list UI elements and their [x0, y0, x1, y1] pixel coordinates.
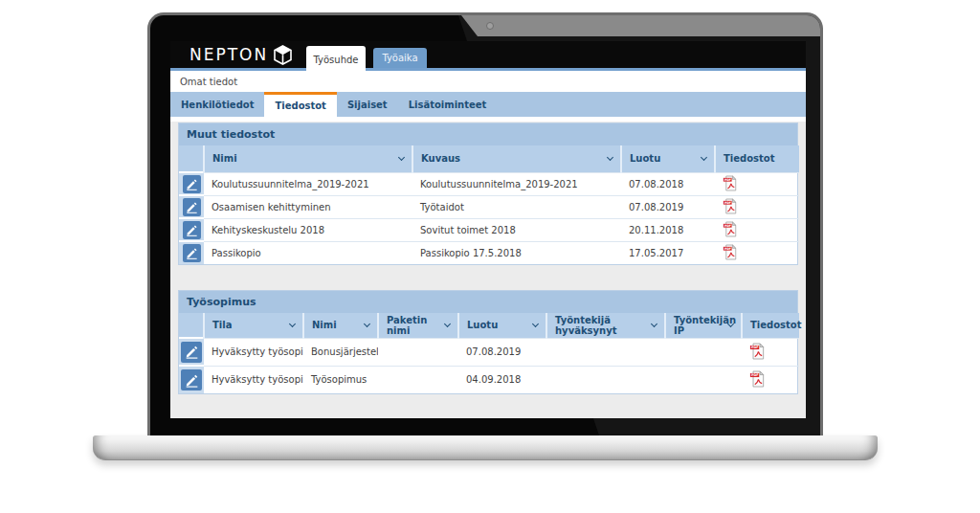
table-row: Hyväksytty työsopimus Bonusjärjestelmä 0…: [179, 338, 799, 366]
cell-hyvaksynyt: [546, 366, 665, 393]
cell-kuvaus: Koulutussuunnitelma_2019-2021: [412, 172, 621, 195]
cell-nimi: Osaamisen kehittyminen: [204, 195, 412, 218]
column-header-tyontekija-hyvaksynyt[interactable]: Työntekijä hyväksynyt: [546, 313, 665, 338]
tyosopimus-table: Tila Nimi Paketin nimi Luotu Työntekijä …: [179, 313, 799, 393]
cell-tiedostot: [715, 172, 799, 195]
breadcrumb-label: Omat tiedot: [180, 77, 237, 87]
cell-nimi: Bonusjärjestelmä: [303, 338, 378, 366]
cell-nimi: Koulutussuunnitelma_2019-2021: [204, 172, 412, 195]
edit-icon[interactable]: [181, 342, 202, 363]
row-edit-cell: [179, 195, 204, 218]
table-row: Passikopio Passikopio 17.5.2018 17.05.20…: [179, 241, 799, 264]
pdf-file-icon[interactable]: [749, 370, 765, 388]
pdf-file-icon[interactable]: [723, 198, 737, 214]
table-row: Koulutussuunnitelma_2019-2021 Koulutussu…: [179, 172, 799, 195]
tyosopimus-title: Työsopimus: [179, 291, 797, 313]
chevron-down-icon: [289, 321, 296, 327]
cell-tiedostot: [715, 241, 799, 264]
column-header-tiedostot: Tiedostot: [715, 145, 799, 172]
chevron-down-icon: [444, 321, 451, 327]
muut-tiedostot-block: Muut tiedostot Nimi Kuvaus Luotu Tiedost…: [178, 123, 798, 265]
edit-icon[interactable]: [183, 221, 201, 239]
cell-nimi: Kehityskeskustelu 2018: [204, 218, 412, 241]
cell-tiedostot: [742, 338, 799, 366]
table-header-row: Nimi Kuvaus Luotu Tiedostot: [179, 145, 799, 172]
tab-tyoaika-label: Työaika: [382, 53, 417, 63]
nav-item-tiedostot[interactable]: Tiedostot: [264, 92, 336, 117]
cell-paketin-nimi: [378, 366, 458, 393]
table-row: Kehityskeskustelu 2018 Sovitut toimet 20…: [179, 218, 799, 241]
table-row: Hyväksytty työsopimus Työsopimus 04.09.2…: [179, 366, 799, 393]
tab-tyosuhde-label: Työsuhde: [314, 55, 359, 65]
cell-ip: [665, 366, 742, 393]
edit-icon[interactable]: [181, 369, 202, 390]
cell-nimi: Passikopio: [204, 241, 412, 264]
cell-paketin-nimi: [378, 338, 458, 366]
camera-housing: [461, 15, 820, 36]
tab-tyoaika[interactable]: Työaika: [373, 48, 427, 68]
pdf-file-icon[interactable]: [723, 244, 737, 260]
cell-hyvaksynyt: [546, 338, 665, 366]
nav-label: Sijaiset: [347, 100, 388, 110]
cell-kuvaus: Passikopio 17.5.2018: [412, 241, 621, 264]
cell-luotu: 07.08.2019: [621, 195, 715, 218]
table-header-row: Tila Nimi Paketin nimi Luotu Työntekijä …: [179, 313, 799, 338]
edit-icon[interactable]: [183, 244, 201, 262]
nav-item-sijaiset[interactable]: Sijaiset: [337, 92, 398, 117]
row-edit-cell: [179, 218, 204, 241]
pdf-file-icon[interactable]: [749, 343, 765, 360]
app-header-bar: NEPTON Työsuhde Työaika: [170, 41, 806, 68]
column-header-tila[interactable]: Tila: [204, 313, 303, 338]
edit-icon[interactable]: [183, 198, 201, 216]
row-edit-cell: [179, 338, 204, 366]
edit-icon[interactable]: [183, 175, 201, 193]
cell-luotu: 17.05.2017: [621, 241, 715, 264]
chevron-down-icon: [398, 154, 405, 161]
cell-luotu: 20.11.2018: [621, 218, 715, 241]
app-screen: NEPTON Työsuhde Työaika Omat tiedot Henk…: [170, 41, 806, 418]
icon-column-header: [179, 145, 204, 172]
chevron-down-icon: [701, 154, 707, 161]
column-header-kuvaus[interactable]: Kuvaus: [412, 145, 621, 172]
column-header-tyontekijan-ip[interactable]: Työntekijän IP: [665, 313, 742, 338]
webcam-icon: [486, 22, 494, 30]
row-edit-cell: [179, 172, 204, 195]
column-header-nimi[interactable]: Nimi: [303, 313, 378, 338]
cell-luotu: 07.08.2018: [621, 172, 715, 195]
cube-icon: [274, 45, 292, 65]
column-header-tiedostot: Tiedostot: [742, 313, 799, 338]
column-header-luotu[interactable]: Luotu: [458, 313, 546, 338]
cell-tiedostot: [715, 218, 799, 241]
cell-kuvaus: Sovitut toimet 2018: [412, 218, 621, 241]
chevron-down-icon: [532, 321, 539, 327]
row-edit-cell: [179, 241, 204, 264]
column-header-nimi[interactable]: Nimi: [204, 145, 412, 172]
muut-tiedostot-title: Muut tiedostot: [179, 123, 797, 145]
chevron-down-icon: [651, 321, 657, 327]
cell-tila: Hyväksytty työsopimus: [204, 338, 303, 366]
column-header-luotu[interactable]: Luotu: [621, 145, 715, 172]
chevron-down-icon: [364, 321, 370, 327]
chevron-down-icon: [607, 154, 613, 161]
cell-tiedostot: [742, 366, 799, 393]
logo-text: NEPTON: [189, 45, 268, 64]
pdf-file-icon[interactable]: [723, 221, 737, 237]
cell-tila: Hyväksytty työsopimus: [204, 366, 303, 393]
breadcrumb[interactable]: Omat tiedot: [170, 71, 806, 92]
cell-tiedostot: [715, 195, 799, 218]
cell-kuvaus: Työtaidot: [412, 195, 621, 218]
nav-item-lisatoiminteet[interactable]: Lisätoiminteet: [398, 92, 498, 117]
nav-item-henkilotiedot[interactable]: Henkilötiedot: [170, 92, 264, 117]
nav-label: Tiedostot: [275, 100, 325, 111]
tab-tyosuhde[interactable]: Työsuhde: [306, 46, 366, 74]
cell-luotu: 04.09.2018: [458, 366, 546, 393]
pdf-file-icon[interactable]: [723, 175, 737, 191]
column-header-paketin-nimi[interactable]: Paketin nimi: [378, 313, 458, 338]
cell-ip: [665, 338, 742, 366]
cell-luotu: 07.08.2019: [458, 338, 546, 366]
main-content: Muut tiedostot Nimi Kuvaus Luotu Tiedost…: [170, 122, 806, 418]
tyosopimus-block: Työsopimus Tila Nimi Paketin nimi Luotu …: [178, 290, 798, 394]
section-navbar: Henkilötiedot Tiedostot Sijaiset Lisätoi…: [170, 92, 806, 117]
icon-column-header: [179, 313, 204, 338]
table-row: Osaamisen kehittyminen Työtaidot 07.08.2…: [179, 195, 799, 218]
